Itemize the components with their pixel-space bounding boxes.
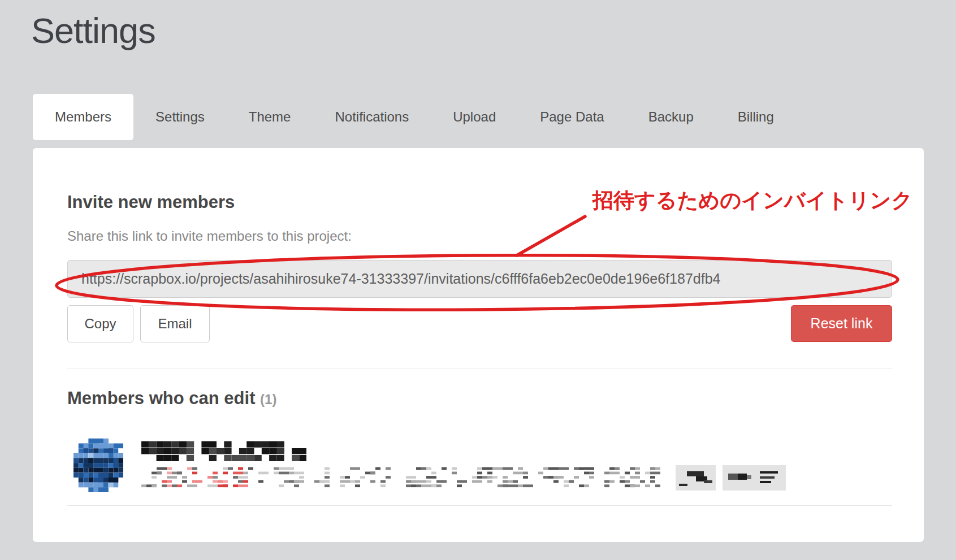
copy-button[interactable]: Copy [67,305,133,342]
member-avatar [73,439,123,492]
members-count: (1) [260,392,276,407]
reset-link-button[interactable]: Reset link [791,305,892,342]
section-divider [67,368,892,368]
members-heading: Members who can edit (1) [67,388,276,409]
members-heading-label: Members who can edit [67,388,255,408]
settings-tabbar: Members Settings Theme Notifications Upl… [33,94,796,140]
tab-backup[interactable]: Backup [626,94,716,140]
annotation-label: 招待するためのインバイトリンク [592,186,912,215]
email-button[interactable]: Email [140,305,210,342]
tab-notifications[interactable]: Notifications [313,94,431,140]
tab-theme[interactable]: Theme [227,94,313,140]
tab-members[interactable]: Members [33,94,133,140]
redacted-badge-glyph [676,465,716,490]
invite-link-input[interactable] [67,260,892,298]
redacted-badge[interactable] [723,465,786,490]
redacted-member-name [141,441,306,462]
redacted-badge[interactable] [676,465,716,490]
invite-description: Share this link to invite members to thi… [67,228,352,244]
member-row [67,433,892,501]
invite-heading: Invite new members [67,192,235,212]
tab-page-data[interactable]: Page Data [518,94,626,140]
section-divider [67,505,892,506]
tab-billing[interactable]: Billing [716,94,796,140]
redacted-member-details [141,467,673,490]
tab-settings[interactable]: Settings [133,94,227,140]
tab-upload[interactable]: Upload [431,94,518,140]
redacted-badge-glyph [723,465,786,490]
page-title: Settings [31,10,155,51]
